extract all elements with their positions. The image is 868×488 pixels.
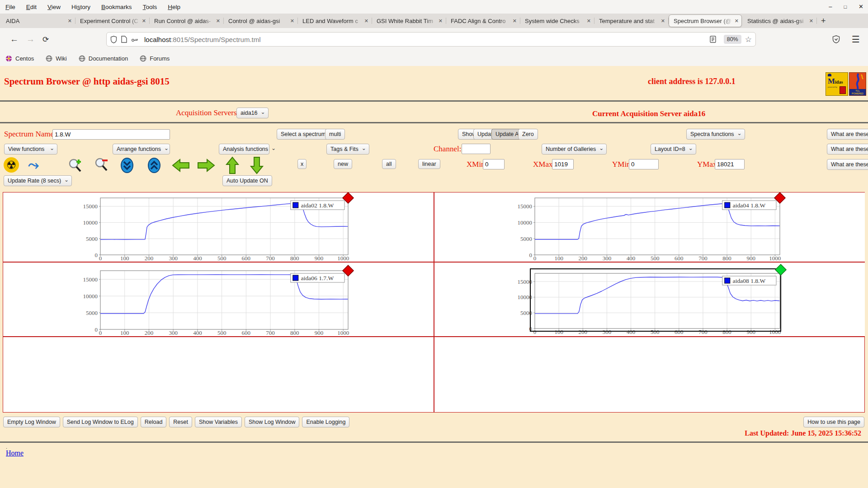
zoom-level-chip[interactable]: 80% [724,35,741,44]
what-are-these-button-1[interactable]: What are these? [827,129,868,140]
page-info-icon[interactable] [121,36,127,43]
bookmark-centos[interactable]: Centos [5,55,34,62]
acquisition-server-select[interactable]: aida16 [236,108,269,118]
channel-input[interactable] [462,144,491,154]
menu-tools[interactable]: Tools [137,4,163,10]
permissions-key-icon[interactable] [131,37,138,42]
bookmark-forums[interactable]: Forums [140,55,170,62]
scroll-up-icon[interactable] [146,157,162,175]
minimize-icon[interactable]: ‒ [829,0,832,14]
xmax-input[interactable] [552,159,574,169]
how-to-use-button[interactable]: How to use this page [803,417,864,427]
maximize-icon[interactable]: □ [844,0,847,14]
x-button[interactable]: x [297,159,307,169]
what-are-these-button-3[interactable]: What are these? [827,159,868,170]
analysis-functions-dropdown[interactable]: Analysis functions [219,144,269,155]
send-log-window-to-elog-button[interactable]: Send Log Window to ELog [63,417,138,427]
arrange-functions-dropdown[interactable]: Arrange functions [113,144,170,155]
spectrum-chart-aida04[interactable]: 0100200300400500600700800900100005000100… [434,192,865,262]
auto-update-button[interactable]: Auto Update ON [222,175,272,186]
close-icon[interactable]: ✕ [859,0,863,14]
bookmark-star-icon[interactable]: ☆ [745,35,752,44]
tab-close-icon[interactable]: ✕ [585,18,591,24]
tags-fits-dropdown[interactable]: Tags & Fits [326,144,369,155]
view-functions-dropdown[interactable]: View functions [4,144,57,155]
tab-8[interactable]: Temperature and stat✕ [594,14,668,27]
multi-button[interactable]: multi [325,129,345,140]
menu-bookmarks[interactable]: Bookmarks [96,4,137,10]
reload-button[interactable]: Reload [141,417,167,427]
show-variables-button[interactable]: Show Variables [195,417,242,427]
menu-history[interactable]: History [66,4,96,10]
radiation-icon[interactable]: ☢ [4,157,19,173]
tab-close-icon[interactable]: ✕ [140,18,146,24]
tab-2[interactable]: Run Control @ aidas-✕ [150,14,223,27]
tab-10[interactable]: Statistics @ aidas-gsi✕ [743,14,816,27]
shield-icon[interactable] [110,36,117,43]
tab-6[interactable]: FADC Align & Contro✕ [446,14,519,27]
menu-help[interactable]: Help [162,4,186,10]
tab-7[interactable]: System wide Checks✕ [520,14,594,27]
back-icon[interactable]: ← [10,28,19,51]
zero-button[interactable]: Zero [518,129,538,140]
tab-close-icon[interactable]: ✕ [214,18,220,24]
url-bar[interactable]: localhost:8015/Spectrum/Spectrum.tml 80%… [106,32,756,47]
midas-logo[interactable]: Midas powered by [826,72,848,96]
empty-gallery-cell[interactable] [3,337,433,412]
home-link[interactable]: Home [6,449,24,457]
tab-close-icon[interactable]: ✕ [437,18,443,24]
menu-file[interactable]: File [0,4,21,10]
shield-check-icon[interactable] [832,28,840,51]
show-log-window-button[interactable]: Show Log Window [245,417,300,427]
tab-close-icon[interactable]: ✕ [733,18,739,24]
spectra-functions-dropdown[interactable]: Spectra functions [686,129,745,140]
spectrum-chart-aida06[interactable]: 0100200300400500600700800900100005000100… [3,263,433,336]
empty-gallery-cell[interactable] [434,337,865,412]
empty-log-window-button[interactable]: Empty Log Window [3,417,60,427]
reload-icon[interactable]: ⟳ [42,28,49,51]
number-of-galleries-dropdown[interactable]: Number of Galleries [542,144,607,155]
spectrum-chart-aida02[interactable]: 0100200300400500600700800900100005000100… [3,192,433,262]
tab-3[interactable]: Control @ aidas-gsi✕ [224,14,297,27]
update-rate-dropdown[interactable]: Update Rate (8 secs) [4,175,72,186]
new-button[interactable]: new [334,159,352,169]
ymin-input[interactable] [629,159,659,169]
tab-close-icon[interactable]: ✕ [66,18,72,24]
tab-close-icon[interactable]: ✕ [363,18,368,24]
menu-view[interactable]: View [42,4,66,10]
layout-id-dropdown[interactable]: Layout ID=8 [651,144,696,155]
tab-5[interactable]: GSI White Rabbit Tim✕ [372,14,445,27]
tab-close-icon[interactable]: ✕ [511,18,517,24]
menu-edit[interactable]: Edit [21,4,42,10]
tab-9[interactable]: Spectrum Browser (@✕ [669,14,742,27]
zoom-in-icon[interactable] [68,157,85,175]
what-are-these-button-2[interactable]: What are these? [827,144,868,155]
forward-icon[interactable]: → [26,28,35,51]
tab-0[interactable]: AIDA✕ [1,14,75,27]
all-button[interactable]: all [382,159,396,169]
xmin-input[interactable] [483,159,505,169]
move-left-icon[interactable] [172,158,190,174]
tab-close-icon[interactable]: ✕ [288,18,294,24]
ymax-input[interactable] [715,159,745,169]
new-tab-button[interactable]: + [816,16,830,26]
spectrum-name-input[interactable] [52,129,170,140]
bookmark-documentation[interactable]: Documentation [79,55,128,62]
tab-close-icon[interactable]: ✕ [807,18,813,24]
move-up-icon[interactable] [225,156,240,176]
tab-4[interactable]: LED and Waveform c✕ [298,14,371,27]
linear-button[interactable]: linear [418,159,440,169]
bookmark-wiki[interactable]: Wiki [46,55,67,62]
refresh-icon[interactable]: ⤳ [28,157,39,173]
tab-1[interactable]: Experiment Control (C✕ [75,14,149,27]
move-down-icon[interactable] [250,156,264,176]
zoom-out-icon[interactable] [94,157,111,175]
hamburger-menu-icon[interactable]: ☰ [852,28,860,51]
reset-button[interactable]: Reset [169,417,192,427]
tab-close-icon[interactable]: ✕ [659,18,665,24]
spectrum-chart-aida08-selected[interactable]: 0100200300400500600700800900100005000100… [434,263,865,336]
move-right-icon[interactable] [197,158,215,174]
tcl-powered-logo[interactable]: TCL POWERED [849,72,866,96]
reader-mode-icon[interactable] [710,36,716,43]
enable-logging-button[interactable]: Enable Logging [302,417,349,427]
